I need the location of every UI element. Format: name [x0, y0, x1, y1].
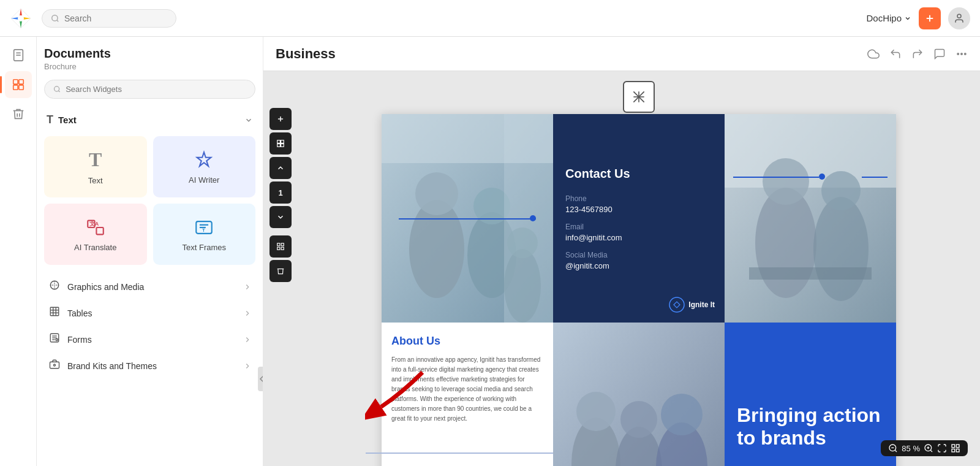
widget-ai-writer[interactable]: AI Writer	[153, 136, 256, 197]
brand-tagline: Bringing action to brands	[737, 404, 884, 449]
user-avatar[interactable]	[948, 7, 970, 29]
add-page-btn[interactable]	[270, 108, 292, 130]
plus-icon	[924, 13, 935, 24]
svg-rect-86	[956, 445, 959, 448]
text-widget-label: Text	[88, 176, 103, 185]
cloud-save-icon[interactable]	[867, 48, 880, 60]
pattern-icon[interactable]	[623, 81, 655, 113]
canvas-title: Business	[276, 46, 860, 62]
zoom-in-icon[interactable]	[924, 443, 933, 453]
page-number: 1	[270, 181, 292, 204]
svg-point-74	[620, 401, 657, 438]
svg-text:文A: 文A	[89, 221, 99, 227]
grid-view-icon[interactable]	[951, 443, 960, 453]
photo2-svg	[725, 114, 896, 323]
sidebar-search-container[interactable]	[44, 80, 255, 99]
prev-page-btn[interactable]	[270, 157, 292, 179]
brand-selector[interactable]: DocHipo	[866, 13, 911, 23]
user-icon	[954, 13, 965, 24]
svg-line-14	[58, 91, 59, 92]
canvas-actions	[867, 48, 968, 60]
zoom-out-icon[interactable]	[888, 443, 898, 453]
icon-bar-widgets[interactable]	[5, 71, 32, 98]
sidebar: Documents Brochure T Text T Text	[37, 37, 263, 466]
svg-point-35	[957, 53, 959, 55]
svg-rect-40	[277, 140, 281, 143]
status-bar: 85 %	[881, 440, 968, 456]
widget-ai-translate[interactable]: 文A AI Translate	[44, 204, 147, 265]
svg-rect-11	[13, 85, 17, 90]
svg-text:T: T	[202, 228, 205, 233]
text-section-title: T Text	[47, 113, 77, 126]
graphics-icon	[48, 280, 61, 294]
text-widget-icon: T	[89, 148, 102, 171]
svg-line-82	[930, 450, 932, 452]
svg-point-72	[576, 392, 616, 431]
contact-phone-label: Phone	[565, 194, 712, 203]
svg-rect-44	[277, 243, 280, 246]
sidebar-collapse[interactable]	[258, 367, 263, 391]
menu-graphics[interactable]: Graphics and Media	[44, 273, 255, 300]
forms-chevron	[243, 335, 252, 344]
pattern-inner-icon	[631, 89, 647, 105]
svg-line-79	[895, 450, 897, 452]
menu-brand-kits[interactable]: Brand Kits and Themes	[44, 353, 255, 379]
panel-photo-3	[553, 323, 725, 466]
svg-point-76	[661, 394, 703, 435]
svg-point-1	[52, 15, 58, 20]
svg-point-34	[54, 364, 56, 366]
svg-line-2	[57, 20, 59, 21]
zoom-level: 85 %	[902, 444, 920, 453]
widget-text-frames[interactable]: T Text Frames	[153, 204, 256, 265]
main-layout: Documents Brochure T Text T Text	[0, 37, 980, 466]
fullscreen-icon[interactable]	[937, 443, 947, 453]
svg-point-55	[415, 172, 458, 215]
text-T-icon: T	[47, 113, 53, 126]
panel-brand: Bringing action to brands www.ignitit.co…	[725, 323, 896, 466]
panel-photo-2	[725, 114, 896, 323]
icon-bar	[0, 37, 37, 466]
chevron-down-icon-text	[244, 116, 253, 124]
tables-chevron	[243, 309, 252, 318]
grid-btn[interactable]	[270, 235, 292, 258]
topbar-search-container[interactable]	[42, 9, 176, 28]
pages-view-btn[interactable]	[270, 132, 292, 155]
logo-icon	[669, 297, 685, 313]
sidebar-subtitle: Brochure	[44, 62, 255, 71]
svg-point-37	[965, 53, 967, 55]
sidebar-search-input[interactable]	[66, 85, 246, 94]
next-page-btn[interactable]	[270, 206, 292, 228]
add-button[interactable]	[919, 7, 941, 29]
forms-label: Forms	[67, 335, 92, 345]
icon-bar-documents[interactable]	[5, 42, 32, 69]
topbar-search-input[interactable]	[64, 13, 162, 23]
text-frames-icon: T	[194, 217, 214, 238]
ai-writer-label: AI Writer	[189, 175, 219, 185]
contact-logo: Ignite It	[669, 297, 715, 313]
brand-kits-label: Brand Kits and Themes	[67, 361, 157, 371]
more-options-icon[interactable]	[956, 48, 968, 60]
menu-tables[interactable]: Tables	[44, 300, 255, 326]
icon-bar-trash[interactable]	[5, 101, 32, 128]
undo-icon[interactable]	[889, 48, 902, 60]
svg-rect-41	[281, 140, 284, 143]
text-section-header[interactable]: T Text	[44, 110, 255, 130]
ai-writer-icon	[194, 150, 214, 170]
tables-label: Tables	[67, 308, 92, 318]
comments-icon[interactable]	[933, 48, 946, 60]
widget-text[interactable]: T Text	[44, 136, 147, 197]
logo-text: Ignite It	[688, 300, 715, 309]
app-logo[interactable]	[10, 7, 32, 29]
svg-rect-12	[18, 85, 23, 90]
about-title: About Us	[391, 335, 543, 348]
menu-forms[interactable]: Forms	[44, 326, 255, 353]
graphics-chevron	[243, 283, 252, 291]
svg-rect-23	[50, 307, 59, 316]
svg-point-67	[813, 197, 869, 301]
contact-title: Contact Us	[565, 167, 712, 181]
canvas-area: Business	[263, 37, 980, 466]
tables-icon	[48, 306, 61, 320]
delete-page-btn[interactable]	[270, 260, 292, 282]
canvas-controls: 1	[263, 71, 298, 466]
redo-icon[interactable]	[911, 48, 924, 60]
